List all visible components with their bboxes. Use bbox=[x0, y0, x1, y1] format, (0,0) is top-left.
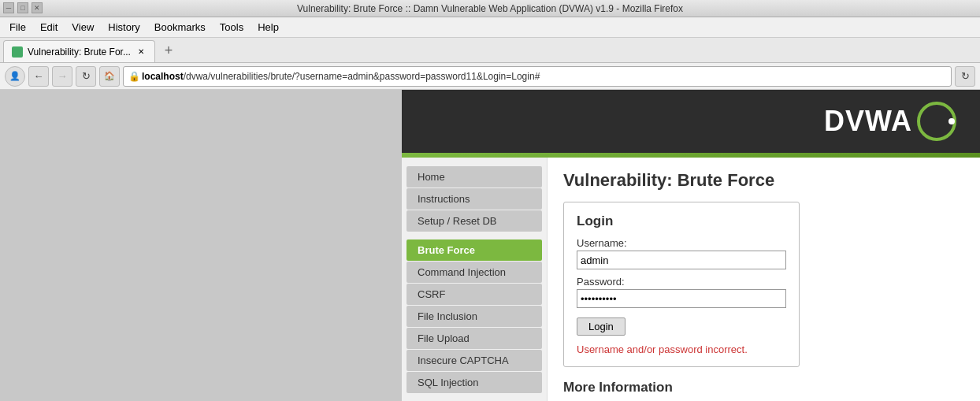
dvwa-body: Home Instructions Setup / Reset DB Brute… bbox=[402, 158, 980, 401]
url-secure-icon: 🔒 bbox=[128, 71, 140, 82]
sidebar-item-brute-force[interactable]: Brute Force bbox=[406, 239, 542, 261]
menu-help[interactable]: Help bbox=[251, 20, 285, 35]
back-button[interactable]: ← bbox=[28, 66, 49, 87]
new-tab-button[interactable]: + bbox=[158, 40, 179, 61]
window-titlebar: ─ □ ✕ Vulnerability: Brute Force :: Damn… bbox=[0, 0, 980, 17]
dvwa-logo-text: DVWA bbox=[824, 105, 912, 138]
sidebar-item-file-upload[interactable]: File Upload bbox=[406, 328, 542, 349]
page-area: DVWA Home Instructions Setup / Reset DB … bbox=[0, 90, 980, 401]
home-button[interactable]: 🏠 bbox=[99, 66, 120, 87]
menu-tools[interactable]: Tools bbox=[213, 20, 250, 35]
menu-view[interactable]: View bbox=[65, 20, 100, 35]
dvwa-logo: DVWA bbox=[824, 102, 956, 141]
sidebar-item-sql-injection[interactable]: SQL Injection bbox=[406, 372, 542, 393]
username-input[interactable] bbox=[577, 251, 786, 269]
dvwa-main: Vulnerability: Brute Force Login Usernam… bbox=[548, 158, 980, 401]
menubar: File Edit View History Bookmarks Tools H… bbox=[0, 17, 980, 38]
sidebar-item-insecure-captcha[interactable]: Insecure CAPTCHA bbox=[406, 350, 542, 371]
tab-favicon bbox=[12, 46, 23, 58]
sidebar-item-command-injection[interactable]: Command Injection bbox=[406, 262, 542, 283]
sidebar-item-home[interactable]: Home bbox=[406, 166, 542, 188]
login-button[interactable]: Login bbox=[577, 317, 625, 336]
url-text: localhost/dvwa/vulnerabilities/brute/?us… bbox=[142, 71, 540, 82]
tabbar: Vulnerability: Brute For... ✕ + bbox=[0, 38, 980, 63]
maximize-button[interactable]: □ bbox=[17, 2, 28, 13]
minimize-button[interactable]: ─ bbox=[3, 2, 14, 13]
dvwa-header: DVWA bbox=[402, 90, 980, 153]
menu-history[interactable]: History bbox=[102, 20, 146, 35]
browser-tab[interactable]: Vulnerability: Brute For... ✕ bbox=[3, 40, 155, 62]
sidebar-item-instructions[interactable]: Instructions bbox=[406, 188, 542, 210]
tab-close-button[interactable]: ✕ bbox=[135, 46, 147, 58]
sidebar-item-setup[interactable]: Setup / Reset DB bbox=[406, 210, 542, 232]
more-info-title: More Information bbox=[563, 380, 964, 395]
browser-left-space bbox=[0, 90, 402, 401]
tab-title: Vulnerability: Brute For... bbox=[28, 46, 131, 58]
forward-button[interactable]: → bbox=[52, 66, 72, 87]
dvwa-logo-swirl bbox=[917, 102, 956, 141]
dvwa-page: DVWA Home Instructions Setup / Reset DB … bbox=[402, 90, 980, 401]
sidebar-item-csrf[interactable]: CSRF bbox=[406, 284, 542, 305]
menu-file[interactable]: File bbox=[3, 20, 32, 35]
window-title: Vulnerability: Brute Force :: Damn Vulne… bbox=[297, 3, 683, 14]
login-box-title: Login bbox=[577, 213, 786, 229]
url-path: /dvwa/vulnerabilities/brute/?username=ad… bbox=[184, 71, 540, 82]
reload-button[interactable]: ↻ bbox=[955, 66, 975, 87]
password-label: Password: bbox=[577, 276, 786, 288]
window-controls[interactable]: ─ □ ✕ bbox=[3, 2, 43, 13]
sidebar-item-file-inclusion[interactable]: File Inclusion bbox=[406, 306, 542, 327]
menu-bookmarks[interactable]: Bookmarks bbox=[148, 20, 212, 35]
refresh-button[interactable]: ↻ bbox=[76, 66, 96, 87]
username-label: Username: bbox=[577, 237, 786, 249]
login-box: Login Username: Password: Login Username… bbox=[563, 202, 800, 367]
password-input[interactable] bbox=[577, 289, 786, 308]
url-bar[interactable]: 🔒 localhost/dvwa/vulnerabilities/brute/?… bbox=[123, 66, 952, 87]
url-host: localhost bbox=[142, 71, 184, 82]
dvwa-sidebar: Home Instructions Setup / Reset DB Brute… bbox=[402, 158, 548, 401]
close-button[interactable]: ✕ bbox=[32, 2, 43, 13]
profile-button[interactable]: 👤 bbox=[5, 66, 25, 87]
page-title: Vulnerability: Brute Force bbox=[563, 170, 964, 191]
error-message: Username and/or password incorrect. bbox=[577, 343, 786, 355]
menu-edit[interactable]: Edit bbox=[34, 20, 64, 35]
addressbar: 👤 ← → ↻ 🏠 🔒 localhost/dvwa/vulnerabiliti… bbox=[0, 63, 980, 90]
sidebar-divider bbox=[402, 232, 547, 239]
